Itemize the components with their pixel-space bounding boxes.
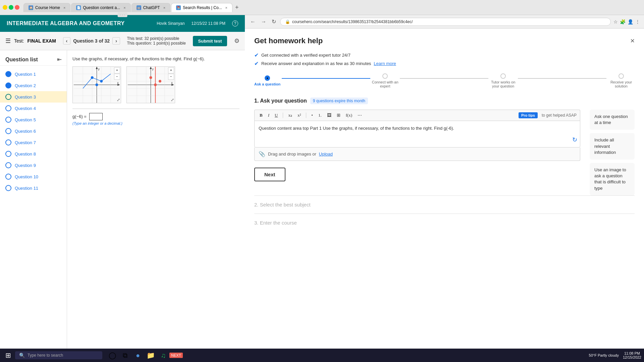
sidebar-item-q9[interactable]: Question 9 (0, 160, 67, 171)
sep-1 (283, 113, 283, 118)
ch-menu-btn[interactable]: ⋮ (635, 19, 640, 24)
tab-close-3[interactable]: × (163, 6, 165, 10)
pro-tip-1: Ask one question at a time (590, 110, 635, 130)
test-info: This test: 32 point(s) possible This que… (127, 36, 185, 46)
zoom-out-2[interactable]: − (168, 74, 174, 80)
graph-1-controls: + − (114, 67, 120, 80)
test-label: Test: (14, 38, 24, 44)
hw-modal-header: Get homework help × (254, 37, 635, 45)
sidebar-item-q3[interactable]: Question 3 (0, 91, 67, 103)
minimize-btn[interactable] (3, 5, 7, 10)
formula-btn[interactable]: f(x) (344, 112, 354, 119)
ch-refresh-btn[interactable]: ↻ (270, 18, 277, 25)
sidebar-item-q10[interactable]: Question 10 (0, 171, 67, 182)
maximize-btn[interactable] (9, 5, 13, 10)
tab-chatgpt[interactable]: 🤖 ChatGPT × (131, 3, 170, 12)
table-btn[interactable]: ⊞ (335, 112, 342, 119)
ch-url-bar[interactable]: 🔒 coursehero.com/search/results/13986351… (280, 18, 611, 26)
image-btn[interactable]: 🖼 (325, 112, 333, 119)
sidebar-item-q8[interactable]: Question 8 (0, 148, 67, 160)
taskbar-date-text: 12/15/2022 (623, 355, 641, 359)
taskbar-next-app[interactable]: NEXT (170, 349, 182, 361)
q9-label: Question 9 (15, 163, 36, 168)
ch-extension-btn[interactable]: 🧩 (620, 19, 626, 24)
questions-badge: 9 questions expire this month (310, 98, 368, 104)
zoom-out-1[interactable]: − (114, 74, 120, 80)
superscript-btn[interactable]: x² (296, 112, 303, 119)
close-btn[interactable] (15, 5, 19, 10)
ch-back-btn[interactable]: ← (249, 18, 257, 25)
q1-circle (5, 71, 11, 77)
lock-icon: 🔒 (285, 19, 290, 24)
answer-hint: (Type an integer or a decimal.) (72, 120, 239, 126)
editor-content-area[interactable]: Question content area top Part 1 Use the… (254, 121, 580, 147)
ch-account-btn[interactable]: 👤 (628, 19, 633, 24)
refresh-icon[interactable]: ↻ (572, 135, 577, 144)
zoom-in-1[interactable]: + (114, 67, 120, 73)
pro-tips-section: Ask one question at a time Include all r… (584, 110, 635, 195)
sidebar-item-q6[interactable]: Question 6 (0, 125, 67, 137)
sidebar-item-q7[interactable]: Question 7 (0, 137, 67, 148)
sidebar-item-q2[interactable]: Question 2 (0, 80, 67, 91)
bullet-list-btn[interactable]: • (310, 112, 315, 119)
settings-icon[interactable]: ⚙ (234, 37, 239, 45)
start-button[interactable]: ⊞ (3, 351, 14, 359)
tab-question-content[interactable]: 📄 Question content a... × (71, 3, 130, 12)
new-tab-button[interactable]: + (233, 3, 241, 12)
taskbar-apps: ◯ ⧉ ● 📁 ♫ NEXT (106, 349, 182, 361)
learn-more-link[interactable]: Learn more (374, 61, 396, 66)
tab-course-home[interactable]: 🏠 Course Home × (23, 3, 70, 12)
pearson-panel: INTERMEDIATE ALGEBRA AND GEOMETRY Hovik … (0, 15, 245, 349)
expand-graph-2[interactable]: ⤢ (171, 98, 174, 102)
q11-label: Question 11 (15, 186, 38, 191)
taskbar-chrome[interactable]: ● (132, 349, 144, 361)
taskbar-spotify[interactable]: ♫ (157, 349, 169, 361)
taskbar-explorer[interactable]: 📁 (145, 349, 157, 361)
bold-btn[interactable]: B (258, 112, 264, 119)
taskbar-search-bar[interactable]: 🔍 Type here to search (15, 351, 102, 359)
sidebar-item-q5[interactable]: Question 5 (0, 114, 67, 125)
tab-favicon-3: 🤖 (137, 5, 141, 10)
taskbar-taskview[interactable]: ⧉ (119, 349, 131, 361)
tab-close-2[interactable]: × (123, 6, 125, 10)
ordered-list-btn[interactable]: 1. (317, 112, 323, 119)
step-1-label: Ask a question (254, 82, 280, 86)
ch-browser-actions: ☆ 🧩 👤 ⋮ (613, 19, 640, 24)
graph-1: y x + − ⤢ (72, 66, 121, 103)
hamburger-icon[interactable]: ☰ (5, 37, 11, 45)
tab-close-1[interactable]: × (63, 6, 65, 10)
upload-link[interactable]: Upload (319, 152, 333, 157)
sidebar-item-q1[interactable]: Question 1 (0, 68, 67, 80)
underline-btn[interactable]: U (273, 112, 279, 119)
italic-btn[interactable]: I (266, 112, 271, 119)
collapse-sidebar-btn[interactable]: ⇤ (57, 56, 61, 63)
tab-favicon-1: 🏠 (29, 5, 33, 10)
ask-section-title: 1. Ask your question 9 questions expire … (254, 98, 635, 104)
pro-tips-list: Ask one question at a time Include all r… (590, 110, 635, 195)
tab-close-4[interactable]: × (225, 6, 227, 10)
answer-input[interactable] (89, 113, 103, 120)
zoom-in-2[interactable]: + (168, 67, 174, 73)
next-question-btn[interactable]: › (112, 37, 120, 45)
tab-search-results[interactable]: 📚 Search Results | Co... × (171, 3, 232, 12)
next-button-modal[interactable]: Next (254, 168, 285, 181)
step-line-2 (400, 78, 488, 79)
taskbar-cortana[interactable]: ◯ (106, 349, 118, 361)
sidebar-item-q11[interactable]: Question 11 (0, 182, 67, 194)
sidebar-item-q4[interactable]: Question 4 (0, 103, 67, 114)
tab-favicon-4: 📚 (176, 5, 181, 10)
taskbar-search-icon: 🔍 (19, 353, 25, 358)
ch-forward-btn[interactable]: → (260, 18, 268, 25)
select-subject-section[interactable]: 2. Select the best subject (254, 195, 635, 214)
more-btn[interactable]: ⋯ (356, 112, 364, 119)
test-header: ☰ Test: FINAL EXAM ‹ Question 3 of 32 › … (0, 32, 245, 50)
ch-bookmark-btn[interactable]: ☆ (613, 19, 618, 24)
expand-graph-1[interactable]: ⤢ (117, 98, 120, 102)
subscript-btn[interactable]: x₂ (286, 112, 294, 119)
enter-course-section[interactable]: 3. Enter the course (254, 214, 635, 232)
hw-close-btn[interactable]: × (630, 37, 635, 45)
prev-question-btn[interactable]: ‹ (63, 37, 71, 45)
submit-test-button[interactable]: Submit test (193, 36, 227, 46)
step-2-circle (382, 73, 388, 79)
help-icon[interactable]: ? (232, 20, 238, 26)
